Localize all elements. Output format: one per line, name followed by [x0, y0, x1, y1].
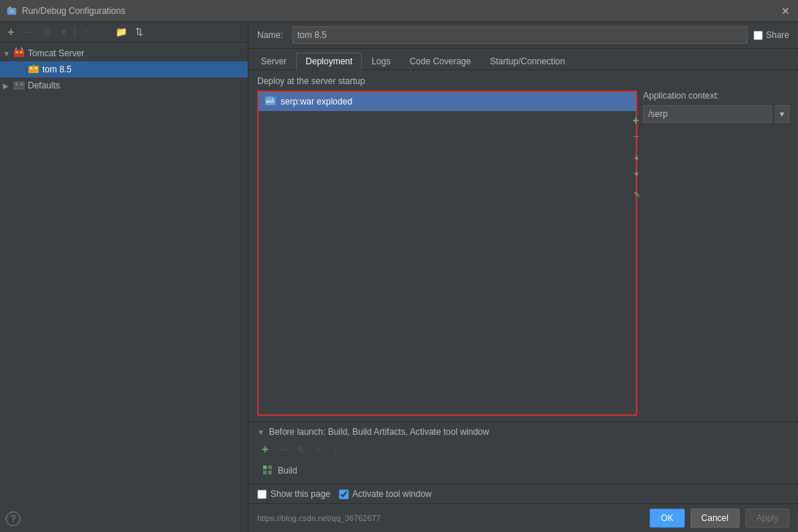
right-panel: Name: Share Server Deployment Logs: [248, 22, 798, 532]
add-deploy-button[interactable]: +: [628, 113, 643, 128]
sidebar-toolbar: + − ⧉ ▾ ↑ ↓ 📁 ⇅: [0, 22, 248, 42]
war-icon: WAR: [265, 95, 276, 109]
share-label: Share: [766, 30, 789, 40]
add-launch-button[interactable]: +: [257, 441, 273, 457]
before-launch-section: ▼ Before launch: Build, Build Artifacts,…: [248, 422, 798, 484]
tom85-icon: [28, 63, 39, 77]
svg-rect-7: [21, 48, 23, 50]
svg-rect-1: [9, 7, 11, 9]
tab-content-deployment: Deploy at the server startup WAR: [248, 70, 798, 422]
activate-tool-checkbox[interactable]: [339, 490, 349, 499]
before-launch-header: ▼ Before launch: Build, Build Artifacts,…: [257, 427, 789, 437]
edit-launch-button[interactable]: ✎: [292, 441, 308, 457]
svg-rect-22: [268, 471, 272, 474]
tree-container: ▼ Tomcat Server ▶: [0, 42, 248, 520]
name-label: Name:: [257, 30, 286, 40]
show-page-label: Show this page: [270, 489, 330, 499]
main-container: + − ⧉ ▾ ↑ ↓ 📁 ⇅ ▼: [0, 22, 798, 532]
down-launch-button[interactable]: ↓: [327, 441, 343, 457]
svg-rect-8: [28, 66, 39, 73]
remove-config-button[interactable]: −: [20, 24, 37, 40]
title-bar: Run/Debug Configurations ✕: [0, 0, 798, 22]
tomcat-server-icon: [13, 47, 25, 61]
share-checkbox[interactable]: [753, 31, 763, 40]
svg-marker-11: [32, 64, 35, 66]
show-page-option: Show this page: [257, 489, 330, 499]
toolbar-divider-1: [75, 27, 75, 37]
tree-item-tom85[interactable]: ▶ tom 8.5: [0, 61, 248, 77]
app-context-row: ▾: [643, 105, 789, 123]
move-up-button[interactable]: ↑: [78, 24, 94, 40]
remove-deploy-button[interactable]: −: [628, 129, 643, 144]
svg-rect-13: [15, 83, 18, 86]
tree-item-tomcat-server[interactable]: ▼ Tomcat Server: [0, 45, 248, 61]
tab-server[interactable]: Server: [251, 53, 296, 70]
add-config-button[interactable]: +: [3, 24, 19, 40]
before-launch-collapse[interactable]: ▼: [257, 428, 265, 436]
deploy-up-button[interactable]: ▲: [628, 148, 645, 164]
svg-text:WAR: WAR: [266, 99, 274, 104]
remove-launch-button[interactable]: −: [275, 441, 291, 457]
menu-config-button[interactable]: ▾: [56, 24, 72, 40]
action-bar: https://blog.csdn.net/qq_36762677 OK Can…: [248, 503, 798, 532]
ok-button[interactable]: OK: [650, 509, 684, 528]
activate-tool-label: Activate tool window: [352, 489, 432, 499]
tab-code-coverage[interactable]: Code Coverage: [400, 53, 480, 70]
launch-item-build[interactable]: Build: [257, 462, 789, 479]
apply-button[interactable]: Apply: [745, 509, 789, 528]
tomcat-server-label: Tomcat Server: [28, 48, 84, 58]
tree-item-defaults[interactable]: ▶ Defaults: [0, 77, 248, 94]
activate-tool-option: Activate tool window: [339, 489, 432, 499]
bottom-options: Show this page Activate tool window: [248, 484, 798, 503]
edit-deploy-button[interactable]: ✎: [628, 186, 645, 202]
up-launch-button[interactable]: ↑: [310, 441, 326, 457]
svg-rect-6: [15, 48, 17, 50]
name-row: Name: Share: [248, 22, 798, 49]
tab-logs[interactable]: Logs: [362, 53, 400, 70]
tab-deployment[interactable]: Deployment: [296, 53, 362, 70]
sidebar: + − ⧉ ▾ ↑ ↓ 📁 ⇅ ▼: [0, 22, 248, 532]
svg-rect-20: [268, 466, 272, 469]
help-button[interactable]: ?: [6, 512, 20, 526]
tree-arrow-defaults: ▶: [3, 82, 10, 90]
name-input[interactable]: [292, 26, 748, 44]
tree-arrow-tomcat: ▼: [3, 50, 10, 58]
defaults-label: Defaults: [28, 80, 60, 91]
svg-rect-4: [15, 51, 18, 53]
move-down-button[interactable]: ↓: [96, 24, 112, 40]
svg-point-2: [10, 10, 14, 13]
app-context-input[interactable]: [643, 105, 772, 123]
svg-rect-10: [35, 67, 37, 69]
copy-config-button[interactable]: ⧉: [38, 24, 54, 40]
deploy-down-button[interactable]: ▼: [628, 166, 645, 182]
svg-rect-3: [14, 50, 24, 57]
svg-rect-12: [14, 82, 24, 89]
svg-rect-9: [30, 67, 32, 69]
folder-button[interactable]: 📁: [113, 24, 129, 40]
close-button[interactable]: ✕: [779, 4, 792, 18]
svg-rect-21: [263, 471, 267, 474]
cancel-button[interactable]: Cancel: [691, 509, 740, 528]
content-area: + − ⧉ ▾ ↑ ↓ 📁 ⇅ ▼: [0, 22, 798, 532]
svg-rect-19: [263, 466, 267, 469]
show-page-checkbox[interactable]: [257, 490, 267, 499]
tom85-label: tom 8.5: [42, 64, 72, 75]
deploy-area: WAR serp:war exploded +: [257, 91, 789, 416]
tabs-bar: Server Deployment Logs Code Coverage Sta…: [248, 49, 798, 70]
share-area: Share: [753, 30, 789, 40]
deploy-item-label: serp:war exploded: [281, 96, 352, 107]
before-launch-toolbar: + − ✎ ↑ ↓: [257, 441, 789, 457]
deploy-list-container: WAR serp:war exploded: [257, 91, 637, 416]
url-label: https://blog.csdn.net/qq_36762677: [257, 514, 381, 522]
build-icon: [262, 464, 273, 478]
svg-rect-5: [20, 51, 23, 53]
app-context-dropdown[interactable]: ▾: [775, 105, 789, 123]
app-context-area: Application context: ▾: [643, 91, 789, 416]
sort-button[interactable]: ⇅: [131, 24, 147, 40]
window-title: Run/Debug Configurations: [22, 6, 792, 16]
deploy-list-item[interactable]: WAR serp:war exploded: [259, 92, 636, 111]
app-context-label: Application context:: [643, 91, 789, 101]
deploy-label: Deploy at the server startup: [257, 76, 789, 86]
defaults-icon: [13, 79, 25, 93]
tab-startup-connection[interactable]: Startup/Connection: [480, 53, 574, 70]
